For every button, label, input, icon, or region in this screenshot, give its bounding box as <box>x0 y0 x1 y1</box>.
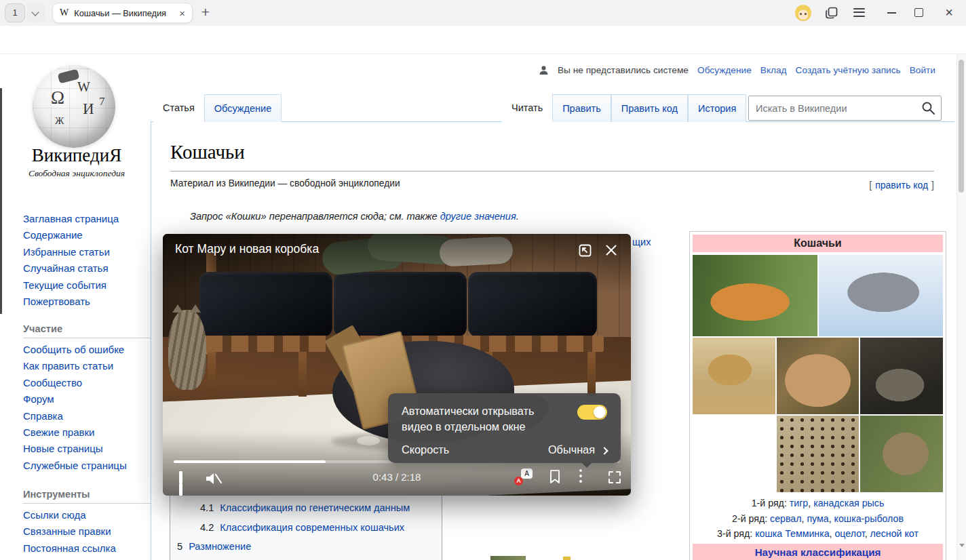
restore-to-page-icon[interactable] <box>577 243 593 258</box>
search-input[interactable] <box>749 96 917 120</box>
new-tab-button[interactable]: + <box>197 2 214 22</box>
sidebar-item-recent-changes[interactable]: Свежие правки <box>23 424 152 441</box>
sidebar-item-new-pages[interactable]: Новые страницы <box>23 441 152 457</box>
sidebar-item-donate[interactable]: Пожертвовать <box>23 294 152 310</box>
video-player[interactable]: Кот Мару и новая коробка 0:43 <box>163 234 631 496</box>
sidebar-item-featured[interactable]: Избранные статьи <box>23 244 152 260</box>
close-button[interactable]: × <box>942 3 956 22</box>
sidebar-item-current-events[interactable]: Текущие события <box>23 277 152 294</box>
link-tiger[interactable]: тигр <box>790 498 809 508</box>
page-title: Кошачьи <box>170 141 245 163</box>
wildcat-image[interactable] <box>860 416 943 492</box>
tabby-cat <box>168 310 206 390</box>
tab-panels-icon[interactable] <box>825 6 838 20</box>
browser-tab[interactable]: W Кошачьи — Википедия × <box>52 3 193 23</box>
sidebar-item-contents[interactable]: Содержание <box>23 227 152 243</box>
personal-link-contributions[interactable]: Вклад <box>760 65 787 75</box>
tab-talk[interactable]: Обсуждение <box>204 94 282 122</box>
wikipedia-favicon: W <box>60 7 69 18</box>
video-close-icon[interactable] <box>604 243 619 258</box>
wiki-search <box>748 96 942 121</box>
tab-edit[interactable]: Править <box>552 94 611 122</box>
link-fishing-cat[interactable]: кошка-рыболов <box>834 513 904 524</box>
fishing-cat-image[interactable] <box>860 338 943 414</box>
maximize-button[interactable] <box>914 8 923 17</box>
personal-link-create-account[interactable]: Создать учётную запись <box>796 65 901 75</box>
auto-open-toggle[interactable] <box>577 405 607 420</box>
sidebar-item-permanent-link[interactable]: Постоянная ссылка <box>23 540 152 557</box>
sidebar-item-how-to-edit[interactable]: Как править статьи <box>23 358 152 374</box>
sidebar-item-what-links-here[interactable]: Ссылки сюда <box>23 507 152 523</box>
serval-image[interactable] <box>693 338 775 414</box>
tab-talk-link[interactable]: Обсуждение <box>214 103 271 114</box>
sidebar-nav-tools: Ссылки сюда Связанные правки Постоянная … <box>23 507 152 557</box>
tab-list-button[interactable] <box>27 3 45 22</box>
tab-history[interactable]: История <box>688 94 746 122</box>
translate-icon[interactable]: A А <box>514 468 533 485</box>
tab-strip: 1 W Кошачьи — Википедия × + × <box>0 0 966 26</box>
hatnote-link[interactable]: другие значения <box>440 211 516 222</box>
sidebar-item-random[interactable]: Случайная статья <box>23 260 152 277</box>
edit-source-link[interactable]: править код <box>875 180 928 191</box>
caption-row-1: 1-й ряд: тигр, канадская рысь <box>692 496 944 511</box>
article-text-fragment[interactable]: щих <box>632 237 651 247</box>
link-puma[interactable]: пума <box>807 513 828 524</box>
tab-read[interactable]: Читать <box>502 94 552 122</box>
tab-close-icon[interactable]: × <box>179 8 185 18</box>
tab-edit-source[interactable]: Править код <box>611 94 688 122</box>
sidebar-item-help[interactable]: Справка <box>23 408 152 424</box>
auto-open-label: Автоматически открывать видео в отдельно… <box>402 403 534 435</box>
tab-edit-link[interactable]: Править <box>562 103 601 114</box>
wikipedia-wordmark[interactable]: ВикипедиЯ <box>0 145 153 166</box>
sidebar-nav-main: Заглавная страница Содержание Избранные … <box>23 211 152 310</box>
taxobox: Кошачьи 1-й ряд: тигр, канадская рысь <box>689 231 946 560</box>
toc-link[interactable]: Размножение <box>189 541 251 552</box>
minimize-button[interactable] <box>887 12 896 14</box>
sidebar-item-community[interactable]: Сообщество <box>23 375 152 391</box>
chevron-right-icon <box>600 447 608 454</box>
search-icon[interactable] <box>921 101 935 115</box>
link-serval[interactable]: сервал <box>770 513 801 524</box>
fullscreen-icon[interactable] <box>606 469 623 485</box>
link-temminck[interactable]: кошка Темминка <box>755 528 829 539</box>
toc-item[interactable]: 5Размножение <box>170 537 442 557</box>
video-progress-fill <box>174 460 326 463</box>
temminck-cat-image[interactable] <box>693 416 775 492</box>
popup-tail <box>581 462 592 473</box>
tab-counter-button[interactable]: 1 <box>5 3 25 22</box>
toc-item[interactable]: 4.1Классификация по генетическим данным <box>170 498 442 518</box>
sidebar-item-report-error[interactable]: Сообщить об ошибке <box>23 342 152 358</box>
toc-link[interactable]: Классификация по генетическим данным <box>220 502 410 513</box>
canada-lynx-image[interactable] <box>819 255 944 336</box>
puma-image[interactable] <box>777 338 859 414</box>
personal-link-talk[interactable]: Обсуждение <box>697 65 752 75</box>
link-wildcat[interactable]: лесной кот <box>870 528 919 539</box>
toc-item[interactable]: 4.2Классификация современных кошачьих <box>170 518 442 538</box>
link-lynx[interactable]: канадская рысь <box>813 498 884 508</box>
hatnote-text: . <box>516 211 519 222</box>
bracket: [ <box>869 180 872 191</box>
sidebar-item-main-page[interactable]: Заглавная страница <box>23 211 152 227</box>
video-header: Кот Мару и новая коробка <box>163 234 631 292</box>
sidebar-item-special-pages[interactable]: Служебные страницы <box>23 458 152 474</box>
tab-edit-source-link[interactable]: Править код <box>621 103 678 114</box>
page-scrollbar[interactable] <box>957 54 966 560</box>
profile-avatar[interactable] <box>795 5 811 21</box>
link-ocelot[interactable]: оцелот <box>834 528 864 539</box>
speed-menu-item[interactable]: Скорость Обычная <box>402 443 607 456</box>
toc-link[interactable]: Классификация современных кошачьих <box>220 522 404 533</box>
tab-article[interactable]: Статья <box>153 94 204 122</box>
sidebar-item-forum[interactable]: Форум <box>23 391 152 407</box>
personal-link-login[interactable]: Войти <box>910 65 935 75</box>
ocelot-image[interactable] <box>777 416 859 492</box>
translate-badge: А <box>514 477 523 485</box>
scrollbar-thumb[interactable] <box>959 60 964 193</box>
toc-item[interactable]: 6 <box>170 557 442 560</box>
hatnote-text: Запрос «Кошки» перенаправляется сюда; см… <box>190 211 440 222</box>
tab-history-link[interactable]: История <box>698 103 736 114</box>
menu-icon[interactable] <box>853 8 865 17</box>
sidebar-item-related-changes[interactable]: Связанные правки <box>23 523 152 540</box>
save-bookmark-icon[interactable] <box>548 468 562 485</box>
wikipedia-globe-logo[interactable]: Ω W И 7 Ж <box>33 65 115 148</box>
tiger-image[interactable] <box>693 255 817 336</box>
